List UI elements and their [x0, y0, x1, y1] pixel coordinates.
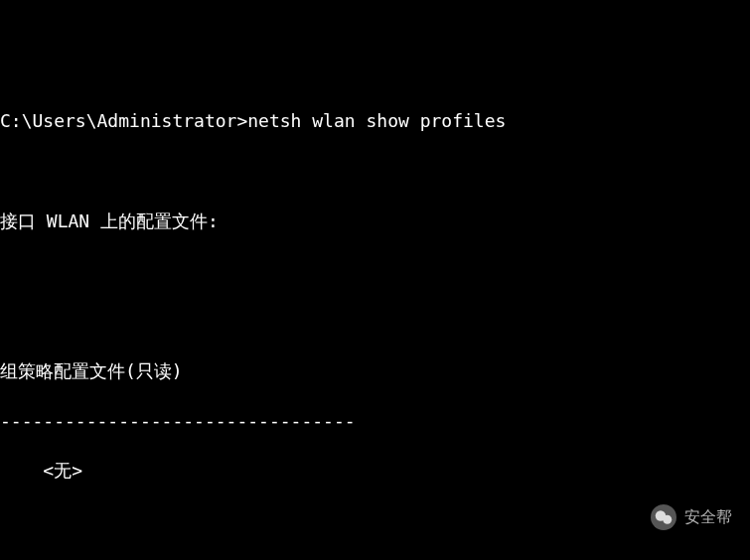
group-policy-title: 组策略配置文件(只读): [0, 358, 750, 383]
interface-header: 接口 WLAN 上的配置文件:: [0, 209, 750, 233]
watermark: 安全帮: [651, 504, 732, 530]
command-prompt-line[interactable]: C:\Users\Administrator>netsh wlan show p…: [0, 108, 750, 133]
prompt: C:\Users\Administrator>: [0, 110, 247, 131]
command: netsh wlan show profiles: [247, 110, 506, 131]
group-policy-none: <无>: [0, 458, 750, 483]
watermark-text: 安全帮: [684, 506, 732, 528]
wechat-icon: [651, 504, 676, 530]
blank-line: [0, 508, 750, 533]
svg-point-1: [663, 515, 672, 524]
group-policy-separator: ---------------------------------: [0, 408, 750, 433]
blank-line: [0, 158, 750, 183]
blank-line: [0, 308, 750, 333]
blank-line: [0, 258, 750, 283]
